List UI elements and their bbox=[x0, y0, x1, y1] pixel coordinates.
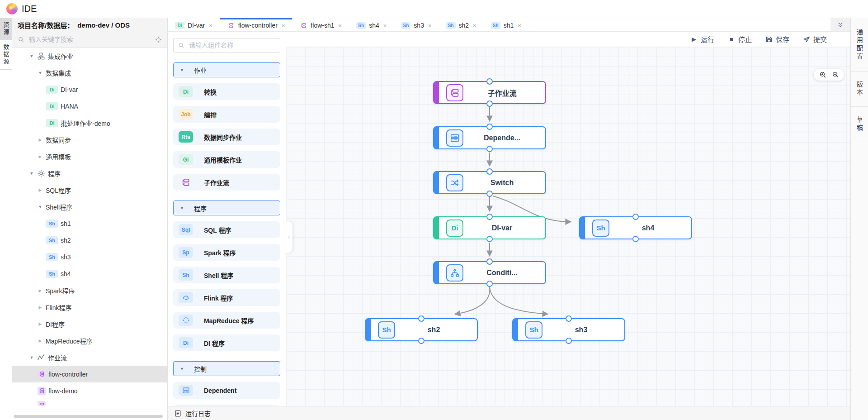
port-in[interactable] bbox=[566, 315, 572, 322]
palette-item-数据同步作业[interactable]: Rts数据同步作业 bbox=[173, 129, 280, 145]
tree-item-批处理作业-demo[interactable]: Di批处理作业-demo bbox=[12, 115, 167, 131]
palette-item-Spark 程序[interactable]: SpSpark 程序 bbox=[173, 244, 280, 261]
editor-tab-DI-var[interactable]: DiDI-var× bbox=[168, 18, 220, 31]
flow-canvas[interactable]: 子作业流Depende...SwitchDiDI-varShsh4Conditi… bbox=[286, 47, 850, 406]
editor-tab-sh2[interactable]: Shsh2× bbox=[439, 18, 484, 31]
editor-tab-flow-controller[interactable]: flow-controller× bbox=[220, 18, 292, 31]
chevron-right-icon[interactable]: ▶ bbox=[38, 288, 43, 293]
port-out[interactable] bbox=[486, 281, 493, 287]
port-out[interactable] bbox=[486, 191, 493, 197]
chevron-down-icon[interactable]: ▼ bbox=[29, 54, 34, 58]
left-rail-tab-数据源[interactable]: 数据源 bbox=[0, 40, 12, 70]
port-in[interactable] bbox=[486, 214, 493, 220]
flow-node-condition[interactable]: Conditi... bbox=[433, 261, 546, 284]
tree-item-sh4[interactable]: Shsh4 bbox=[12, 265, 167, 282]
locate-icon[interactable] bbox=[155, 36, 162, 43]
palette-item-DI 程序[interactable]: DiDI 程序 bbox=[173, 334, 280, 351]
tabs-overflow-button[interactable] bbox=[830, 18, 850, 31]
left-rail-tab-资源[interactable]: 资源 bbox=[0, 18, 12, 40]
palette-item-SQL 程序[interactable]: SqlSQL 程序 bbox=[173, 221, 280, 238]
palette-item-Flink 程序[interactable]: Flink 程序 bbox=[173, 289, 280, 306]
explorer-search-input[interactable] bbox=[28, 35, 151, 43]
port-out[interactable] bbox=[632, 236, 639, 242]
chevron-right-icon[interactable]: ▶ bbox=[38, 188, 43, 192]
chevron-right-icon[interactable]: ▶ bbox=[38, 138, 43, 142]
zoom-out-icon[interactable] bbox=[832, 71, 839, 78]
flow-node-switch[interactable]: Switch bbox=[433, 171, 546, 194]
chevron-down-icon[interactable]: ▼ bbox=[38, 71, 43, 75]
palette-item-MapReduce 程序[interactable]: MapReduce 程序 bbox=[173, 312, 280, 329]
flow-node-di-var[interactable]: DiDI-var bbox=[433, 216, 546, 239]
tree-item-sh1[interactable]: Shsh1 bbox=[12, 215, 167, 232]
tree-item-DI-var[interactable]: DiDI-var bbox=[12, 81, 167, 98]
chevron-right-icon[interactable]: ▶ bbox=[38, 305, 43, 310]
stop-button[interactable]: ■停止 bbox=[728, 34, 752, 44]
port-out[interactable] bbox=[418, 338, 425, 344]
editor-tab-flow-sh1[interactable]: flow-sh1× bbox=[292, 18, 349, 31]
palette-item-编排[interactable]: Job编排 bbox=[173, 106, 280, 123]
port-in[interactable] bbox=[486, 168, 493, 175]
palette-item-转换[interactable]: Di转换 bbox=[173, 83, 280, 100]
explorer-hscrollbar[interactable] bbox=[14, 415, 163, 418]
zoom-in-icon[interactable] bbox=[819, 71, 826, 78]
tree-item-HANA[interactable]: DiHANA bbox=[12, 98, 167, 115]
tree-item-Flink程序[interactable]: ▶Flink程序 bbox=[12, 299, 167, 315]
flow-node-subflow[interactable]: 子作业流 bbox=[433, 81, 546, 104]
palette-item-Shell 程序[interactable]: ShShell 程序 bbox=[173, 267, 280, 283]
tree-item-sh2[interactable]: Shsh2 bbox=[12, 232, 167, 248]
tree-item-flow-controller[interactable]: flow-controller bbox=[12, 366, 167, 382]
flow-node-dependent[interactable]: Depende... bbox=[433, 126, 546, 149]
tree-item-DI程序[interactable]: ▶DI程序 bbox=[12, 315, 167, 332]
chevron-right-icon[interactable]: ▶ bbox=[38, 322, 43, 326]
run-button[interactable]: ▶运行 bbox=[690, 34, 714, 44]
port-out[interactable] bbox=[566, 338, 572, 344]
chevron-down-icon[interactable]: ▼ bbox=[38, 205, 43, 209]
port-in[interactable] bbox=[632, 214, 639, 220]
flow-node-sh3[interactable]: Shsh3 bbox=[512, 318, 625, 341]
flow-node-sh4[interactable]: Shsh4 bbox=[579, 216, 692, 239]
close-icon[interactable]: × bbox=[209, 22, 212, 29]
chevron-right-icon[interactable]: ▶ bbox=[38, 154, 43, 159]
palette-item-通用模板作业[interactable]: Gi通用模板作业 bbox=[173, 151, 280, 168]
editor-tab-sh1[interactable]: Shsh1× bbox=[484, 18, 528, 31]
run-log-bar[interactable]: 运行日志 bbox=[168, 406, 850, 420]
editor-tab-sh3[interactable]: Shsh3× bbox=[394, 18, 439, 31]
right-rail-tab-通用配置[interactable]: 通用配置 bbox=[851, 18, 868, 72]
port-out[interactable] bbox=[486, 236, 493, 242]
close-icon[interactable]: × bbox=[518, 22, 521, 29]
palette-search-input[interactable] bbox=[188, 41, 275, 49]
palette-section-作业[interactable]: ▼作业 bbox=[173, 62, 280, 77]
editor-tab-sh4[interactable]: Shsh4× bbox=[349, 18, 394, 31]
tree-item-数据集成[interactable]: ▼数据集成 bbox=[12, 64, 167, 81]
close-icon[interactable]: × bbox=[428, 22, 432, 29]
port-in[interactable] bbox=[486, 124, 493, 130]
port-out[interactable] bbox=[486, 146, 493, 152]
close-icon[interactable]: × bbox=[473, 22, 476, 29]
right-rail-tab-草稿[interactable]: 草稿 bbox=[851, 107, 868, 142]
chevron-down-icon[interactable]: ▼ bbox=[29, 171, 34, 176]
port-in[interactable] bbox=[418, 315, 425, 322]
collapse-palette-handle[interactable]: ‹ bbox=[285, 221, 292, 253]
tree-item-partial[interactable] bbox=[12, 399, 167, 406]
tree-item-程序[interactable]: ▼程序 bbox=[12, 165, 167, 181]
submit-button[interactable]: 提交 bbox=[803, 34, 827, 44]
chevron-right-icon[interactable]: ▶ bbox=[38, 339, 43, 343]
palette-item-子作业流[interactable]: 子作业流 bbox=[173, 174, 280, 191]
save-button[interactable]: 保存 bbox=[765, 34, 789, 44]
close-icon[interactable]: × bbox=[383, 22, 387, 29]
port-in[interactable] bbox=[486, 258, 493, 265]
chevron-down-icon[interactable]: ▼ bbox=[29, 355, 34, 360]
tree-item-MapReduce程序[interactable]: ▶MapReduce程序 bbox=[12, 332, 167, 349]
palette-section-控制[interactable]: ▼控制 bbox=[173, 361, 280, 376]
port-out[interactable] bbox=[486, 100, 493, 107]
tree-item-通用模板[interactable]: ▶通用模板 bbox=[12, 148, 167, 165]
tree-item-数据同步[interactable]: ▶数据同步 bbox=[12, 131, 167, 148]
flow-node-sh2[interactable]: Shsh2 bbox=[365, 318, 478, 341]
palette-item-Dependent[interactable]: Dependent bbox=[173, 382, 280, 399]
tree-item-集成作业[interactable]: ▼集成作业 bbox=[12, 48, 167, 64]
tree-item-作业流[interactable]: ▼作业流 bbox=[12, 349, 167, 366]
close-icon[interactable]: × bbox=[339, 22, 342, 29]
port-in[interactable] bbox=[486, 78, 493, 85]
palette-section-程序[interactable]: ▼程序 bbox=[173, 200, 280, 215]
tree-item-sh3[interactable]: Shsh3 bbox=[12, 248, 167, 265]
